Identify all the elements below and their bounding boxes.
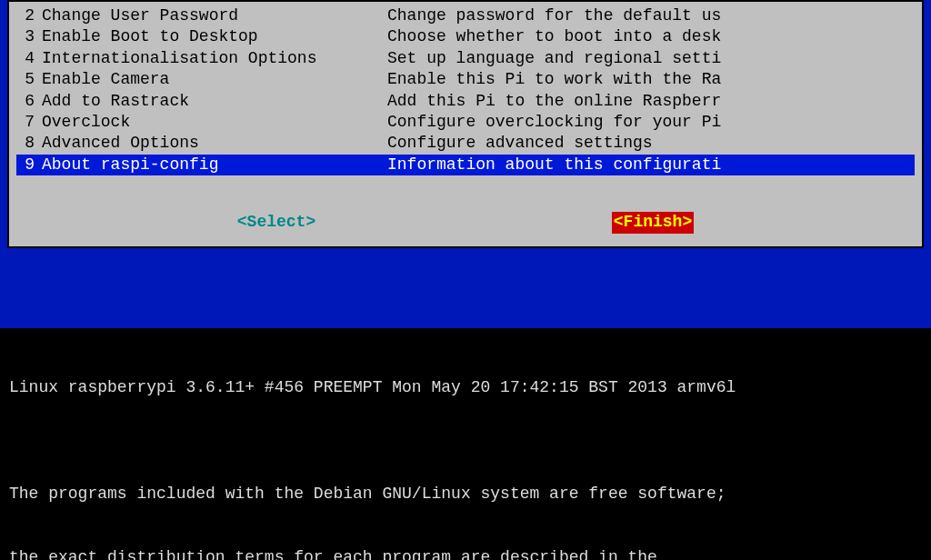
menu-num: 8 — [16, 133, 42, 154]
finish-button[interactable]: <Finish> — [612, 212, 694, 233]
menu-label: Change User Password — [42, 5, 387, 26]
menu-item-3[interactable]: 3Enable Boot to DesktopChoose whether to… — [16, 26, 915, 47]
terminal-output: Linux raspberrypi 3.6.11+ #456 PREEMPT M… — [0, 328, 931, 560]
menu-num: 6 — [16, 91, 42, 112]
select-button[interactable]: <Select> — [237, 212, 315, 233]
menu-desc: Add this Pi to the online Raspberr — [387, 91, 915, 112]
menu-label: Advanced Options — [42, 133, 387, 154]
menu-item-9[interactable]: 9About raspi-configInformation about thi… — [16, 155, 915, 175]
blue-band — [0, 255, 931, 328]
menu-desc: Configure overclocking for your Pi — [387, 112, 915, 133]
raspi-config-box: 2Change User PasswordChange password for… — [7, 0, 924, 248]
menu-item-6[interactable]: 6Add to RastrackAdd this Pi to the onlin… — [16, 91, 915, 112]
menu-desc: Set up language and regional setti — [387, 48, 915, 69]
menu-num: 3 — [16, 26, 42, 47]
motd-line: The programs included with the Debian GN… — [9, 484, 922, 505]
menu-label: Enable Camera — [42, 69, 387, 90]
menu-list: 2Change User PasswordChange password for… — [16, 5, 915, 175]
menu-num: 5 — [16, 69, 42, 90]
menu-num: 4 — [16, 48, 42, 69]
menu-item-5[interactable]: 5Enable CameraEnable this Pi to work wit… — [16, 69, 915, 90]
menu-item-2[interactable]: 2Change User PasswordChange password for… — [16, 5, 915, 26]
menu-label: Enable Boot to Desktop — [42, 26, 387, 47]
menu-item-4[interactable]: 4Internationalisation OptionsSet up lang… — [16, 48, 915, 69]
menu-item-7[interactable]: 7OverclockConfigure overclocking for you… — [16, 112, 915, 133]
motd-line: the exact distribution terms for each pr… — [9, 547, 922, 560]
menu-desc: Enable this Pi to work with the Ra — [387, 69, 915, 90]
menu-num: 9 — [16, 155, 42, 175]
menu-desc: Information about this configurati — [387, 155, 915, 175]
menu-label: Overclock — [42, 112, 387, 133]
menu-label: Add to Rastrack — [42, 91, 387, 112]
menu-desc: Choose whether to boot into a desk — [387, 26, 915, 47]
menu-num: 2 — [16, 5, 42, 26]
menu-desc: Configure advanced settings — [387, 133, 915, 154]
menu-item-8[interactable]: 8Advanced OptionsConfigure advanced sett… — [16, 133, 915, 154]
menu-desc: Change password for the default us — [387, 5, 915, 26]
menu-label: Internationalisation Options — [42, 48, 387, 69]
config-backdrop: 2Change User PasswordChange password for… — [0, 0, 931, 328]
menu-label: About raspi-config — [42, 155, 387, 175]
kernel-line: Linux raspberrypi 3.6.11+ #456 PREEMPT M… — [9, 377, 922, 398]
menu-num: 7 — [16, 112, 42, 133]
button-row: <Select> <Finish> — [16, 212, 915, 233]
